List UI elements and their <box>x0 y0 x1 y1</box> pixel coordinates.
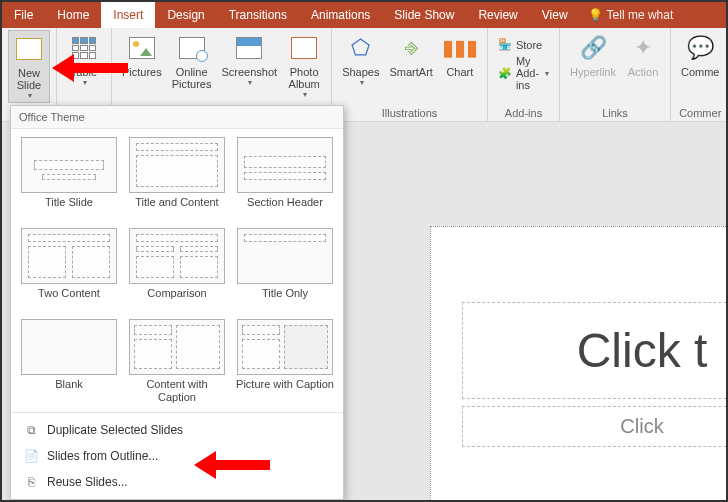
slide-subtitle-placeholder[interactable]: Click <box>462 406 728 447</box>
smartart-button[interactable]: ⎆ SmartArt <box>385 30 436 80</box>
my-addins-button[interactable]: 🧩 My Add-ins ▾ <box>494 53 553 93</box>
group-illustrations-label: Illustrations <box>338 107 481 121</box>
table-label: Table <box>71 66 97 78</box>
hyperlink-button[interactable]: 🔗 Hyperlink <box>566 30 620 80</box>
photo-album-button[interactable]: Photo Album ▾ <box>283 30 325 101</box>
tab-design[interactable]: Design <box>155 2 216 28</box>
menu-tabbar: File Home Insert Design Transitions Anim… <box>2 2 726 28</box>
tab-transitions[interactable]: Transitions <box>217 2 299 28</box>
layout-label: Title Only <box>235 287 335 313</box>
online-pictures-icon <box>176 32 208 64</box>
chevron-down-icon: ▾ <box>360 78 364 87</box>
layout-label: Comparison <box>127 287 227 313</box>
action-button[interactable]: ✦ Action <box>622 30 664 80</box>
chevron-down-icon: ▾ <box>83 78 87 87</box>
pictures-label: Pictures <box>122 66 162 78</box>
my-addins-label: My Add-ins <box>516 55 539 91</box>
layout-label: Content with Caption <box>127 378 227 404</box>
layout-section-header[interactable]: Section Header <box>235 137 335 222</box>
slide-title-placeholder[interactable]: Click t <box>462 302 728 399</box>
store-icon: 🏪 <box>498 38 512 51</box>
chevron-down-icon: ▾ <box>28 91 32 100</box>
layout-picture-with-caption[interactable]: Picture with Caption <box>235 319 335 404</box>
new-slide-label: New Slide <box>17 67 41 91</box>
group-addins-label: Add-ins <box>494 107 553 121</box>
tell-me-label: Tell me what <box>607 8 674 22</box>
comment-label: Comme <box>681 66 720 78</box>
tab-animations[interactable]: Animations <box>299 2 382 28</box>
layout-label: Blank <box>19 378 119 404</box>
menu-label: Slides from Outline... <box>47 449 158 463</box>
layout-label: Title and Content <box>127 196 227 222</box>
lightbulb-icon: 💡 <box>588 8 603 22</box>
layout-blank[interactable]: Blank <box>19 319 119 404</box>
tab-file[interactable]: File <box>2 2 45 28</box>
photo-album-icon <box>288 32 320 64</box>
chart-label: Chart <box>446 66 473 78</box>
pictures-button[interactable]: Pictures <box>118 30 166 80</box>
layout-two-content[interactable]: Two Content <box>19 228 119 313</box>
screenshot-label: Screenshot <box>222 66 278 78</box>
addins-icon: 🧩 <box>498 67 512 80</box>
layout-label: Section Header <box>235 196 335 222</box>
tab-home[interactable]: Home <box>45 2 101 28</box>
group-links-label: Links <box>566 107 664 121</box>
new-slide-icon <box>13 33 45 65</box>
chart-button[interactable]: ▮▮▮ Chart <box>439 30 481 80</box>
hyperlink-icon: 🔗 <box>577 32 609 64</box>
store-button[interactable]: 🏪 Store <box>494 36 553 53</box>
pictures-icon <box>126 32 158 64</box>
outline-icon: 📄 <box>23 448 39 464</box>
table-icon <box>68 32 100 64</box>
smartart-icon: ⎆ <box>395 32 427 64</box>
shapes-label: Shapes <box>342 66 379 78</box>
photo-album-label: Photo Album <box>289 66 320 90</box>
menu-reuse-slides[interactable]: ⎘ Reuse Slides... <box>11 469 343 495</box>
menu-label: Reuse Slides... <box>47 475 128 489</box>
layout-label: Two Content <box>19 287 119 313</box>
online-pictures-button[interactable]: Online Pictures <box>168 30 216 92</box>
tab-review[interactable]: Review <box>466 2 529 28</box>
layout-label: Picture with Caption <box>235 378 335 404</box>
chart-icon: ▮▮▮ <box>444 32 476 64</box>
action-label: Action <box>628 66 659 78</box>
shapes-button[interactable]: ⬠ Shapes ▾ <box>338 30 383 89</box>
action-icon: ✦ <box>627 32 659 64</box>
screenshot-button[interactable]: Screenshot ▾ <box>218 30 282 89</box>
shapes-icon: ⬠ <box>345 32 377 64</box>
online-pictures-label: Online Pictures <box>172 66 212 90</box>
chevron-down-icon: ▾ <box>248 78 252 87</box>
comment-icon: 💬 <box>684 32 716 64</box>
new-slide-gallery: Office Theme Title Slide Title and Conte… <box>10 105 344 500</box>
slide-title-text: Click t <box>473 323 728 378</box>
table-button[interactable]: Table ▾ <box>63 30 105 89</box>
layout-title-only[interactable]: Title Only <box>235 228 335 313</box>
layout-title-slide[interactable]: Title Slide <box>19 137 119 222</box>
gallery-header: Office Theme <box>11 106 343 129</box>
menu-duplicate-slides[interactable]: ⧉ Duplicate Selected Slides <box>11 417 343 443</box>
layout-content-with-caption[interactable]: Content with Caption <box>127 319 227 404</box>
menu-label: Duplicate Selected Slides <box>47 423 183 437</box>
tab-view[interactable]: View <box>530 2 580 28</box>
group-comments-label: Commer <box>677 107 724 121</box>
store-label: Store <box>516 39 542 51</box>
new-slide-button[interactable]: New Slide ▾ <box>8 30 50 103</box>
reuse-icon: ⎘ <box>23 474 39 490</box>
chevron-down-icon: ▾ <box>545 69 549 78</box>
tab-slideshow[interactable]: Slide Show <box>382 2 466 28</box>
layout-title-and-content[interactable]: Title and Content <box>127 137 227 222</box>
screenshot-icon <box>233 32 265 64</box>
menu-slides-from-outline[interactable]: 📄 Slides from Outline... <box>11 443 343 469</box>
smartart-label: SmartArt <box>389 66 432 78</box>
chevron-down-icon: ▾ <box>303 90 307 99</box>
duplicate-icon: ⧉ <box>23 422 39 438</box>
layout-comparison[interactable]: Comparison <box>127 228 227 313</box>
tell-me-search[interactable]: 💡 Tell me what <box>580 2 682 28</box>
slide-subtitle-text: Click <box>473 415 728 438</box>
layout-label: Title Slide <box>19 196 119 222</box>
tab-insert[interactable]: Insert <box>101 2 155 28</box>
hyperlink-label: Hyperlink <box>570 66 616 78</box>
comment-button[interactable]: 💬 Comme <box>677 30 724 80</box>
